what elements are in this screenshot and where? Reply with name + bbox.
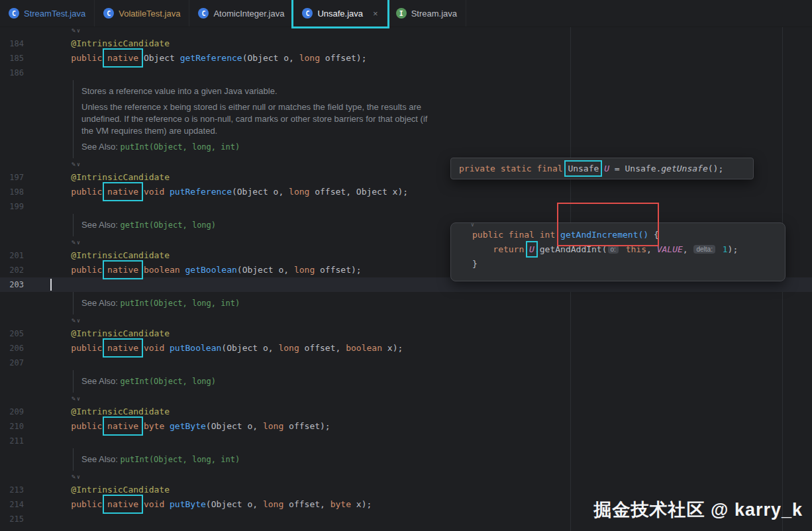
editor-row: 209 @IntrinsicCandidate	[0, 405, 812, 419]
param-hint-delta: delta:	[693, 245, 715, 254]
pen-icon: ✎	[72, 316, 77, 324]
class-icon: C	[103, 8, 114, 19]
code-line[interactable]: public native byte getByte(Object o, lon…	[50, 419, 812, 434]
token-pl: (Object o,	[242, 53, 299, 63]
chevron-down-icon: ∨	[77, 318, 81, 324]
code-line[interactable]: @IntrinsicCandidate	[50, 36, 812, 51]
editor-row: 186	[0, 66, 812, 80]
line-number[interactable]: 214	[0, 497, 24, 512]
token-ann: @IntrinsicCandidate	[71, 172, 170, 182]
token-ann: @IntrinsicCandidate	[71, 38, 170, 48]
doc-render-toggle-icon[interactable]: ✎∨	[72, 395, 81, 402]
doc-render-toggle-icon[interactable]: ✎∨	[72, 316, 81, 324]
line-number[interactable]: 199	[0, 199, 24, 214]
chevron-down-icon: ∨	[77, 396, 81, 402]
token-kw: void	[144, 499, 170, 509]
editor-row: 205 @IntrinsicCandidate	[0, 326, 812, 341]
line-number[interactable]: 201	[0, 248, 24, 263]
tab-unsafe-java[interactable]: CUnsafe.java×	[293, 0, 387, 26]
doc-row: See Also: putInt(Object, long, int)	[0, 448, 812, 471]
line-number[interactable]: 186	[0, 66, 24, 80]
tab-stream-java[interactable]: IStream.java	[387, 0, 466, 26]
token-pl: (Object o,	[221, 343, 278, 353]
line-number[interactable]: 205	[0, 326, 24, 341]
token-pl	[472, 244, 493, 254]
token-pl: ,	[683, 244, 693, 254]
token-pl: offset);	[315, 265, 361, 275]
line-number[interactable]: 211	[0, 434, 24, 448]
token-pl	[50, 38, 71, 48]
token-kw: return	[493, 244, 529, 254]
code-line[interactable]: @IntrinsicCandidate	[50, 483, 812, 497]
line-number[interactable]: 185	[0, 51, 24, 66]
line-number[interactable]: 213	[0, 483, 24, 497]
token-kw: public	[71, 187, 107, 197]
editor-row: 199	[0, 199, 812, 214]
token-pl: offset,	[283, 499, 330, 509]
token-kw: final	[509, 230, 540, 240]
token-pl	[138, 421, 144, 431]
fold-row: ✎∨	[0, 471, 812, 483]
tab-volatiletest-java[interactable]: CVolatileTest.java	[95, 0, 189, 26]
token-pl	[50, 172, 71, 182]
token-meth: getBoolean	[185, 265, 237, 275]
token-ann: @IntrinsicCandidate	[71, 407, 170, 416]
class-icon: C	[302, 8, 313, 19]
token-kw: long	[263, 499, 283, 509]
keyword-native: native	[107, 343, 138, 353]
doc-render-toggle-icon[interactable]: ✎∨	[72, 26, 81, 34]
doc-link[interactable]: putInt(Object, long, int)	[121, 299, 240, 308]
fold-content: ✎∨	[50, 471, 812, 483]
token-pl	[138, 187, 144, 197]
token-kw: byte	[330, 499, 351, 509]
tab-atomicinteger-java[interactable]: CAtomicInteger.java	[189, 0, 293, 26]
line-number[interactable]: 184	[0, 36, 24, 51]
code-line[interactable]	[50, 356, 812, 370]
line-number[interactable]: 207	[0, 356, 24, 370]
code-line[interactable]: public native void putBoolean(Object o, …	[50, 341, 812, 356]
doc-link[interactable]: putInt(Object, long, int)	[121, 455, 240, 464]
rendered-doc-block: See Also: getInt(Object, long)	[73, 370, 812, 393]
rendered-doc-block: See Also: putInt(Object, long, int)	[73, 448, 812, 471]
chevron-down-icon: ∨	[77, 240, 81, 246]
line-number[interactable]: 209	[0, 405, 24, 419]
line-number[interactable]: 210	[0, 419, 24, 434]
token-pl: (Object o,	[232, 187, 289, 197]
tab-close-icon[interactable]: ×	[373, 9, 378, 19]
gutter-spacer	[0, 314, 24, 326]
code-line[interactable]: public native void putReference(Object o…	[50, 185, 812, 199]
code-line[interactable]: @IntrinsicCandidate	[50, 405, 812, 419]
popup-code-line: public final int getAndIncrement() {	[472, 228, 785, 242]
line-number[interactable]: 197	[0, 170, 24, 185]
doc-render-toggle-icon[interactable]: ✎∨	[72, 160, 81, 168]
token-pl: = Unsafe.	[609, 164, 661, 173]
interface-icon: I	[396, 8, 407, 19]
token-pl: ();	[708, 164, 723, 173]
code-line[interactable]	[50, 199, 812, 214]
code-line[interactable]: public native Object getReference(Object…	[50, 51, 812, 66]
token-pl	[50, 421, 71, 431]
code-line[interactable]	[50, 66, 812, 80]
fold-row: ✎∨	[0, 26, 812, 36]
code-line[interactable]	[50, 434, 812, 448]
see-also-line: See Also: putInt(Object, long, int)	[81, 141, 804, 153]
line-number[interactable]: 206	[0, 341, 24, 356]
line-number[interactable]: 198	[0, 185, 24, 199]
code-line[interactable]: @IntrinsicCandidate	[50, 326, 812, 341]
method-getandincrement: getAndIncrement()	[560, 230, 648, 240]
line-number[interactable]: 202	[0, 263, 24, 277]
tab-bar: CStreamTest.javaCVolatileTest.javaCAtomi…	[0, 0, 812, 27]
token-pl	[50, 328, 71, 338]
doc-link[interactable]: getInt(Object, long)	[121, 220, 217, 230]
token-meth: putReference	[170, 187, 232, 197]
doc-render-toggle-icon[interactable]: ✎∨	[72, 473, 81, 480]
line-number[interactable]: 215	[0, 512, 24, 526]
line-number[interactable]: 203	[0, 277, 24, 292]
token-ann: @IntrinsicCandidate	[71, 485, 170, 495]
token-pl: x);	[351, 499, 372, 509]
tab-streamtest-java[interactable]: CStreamTest.java	[0, 0, 95, 26]
doc-link[interactable]: getInt(Object, long)	[121, 377, 217, 386]
doc-content: See Also: getInt(Object, long)	[50, 370, 812, 393]
doc-render-toggle-icon[interactable]: ✎∨	[72, 238, 81, 246]
doc-link[interactable]: putInt(Object, long, int)	[121, 142, 240, 152]
